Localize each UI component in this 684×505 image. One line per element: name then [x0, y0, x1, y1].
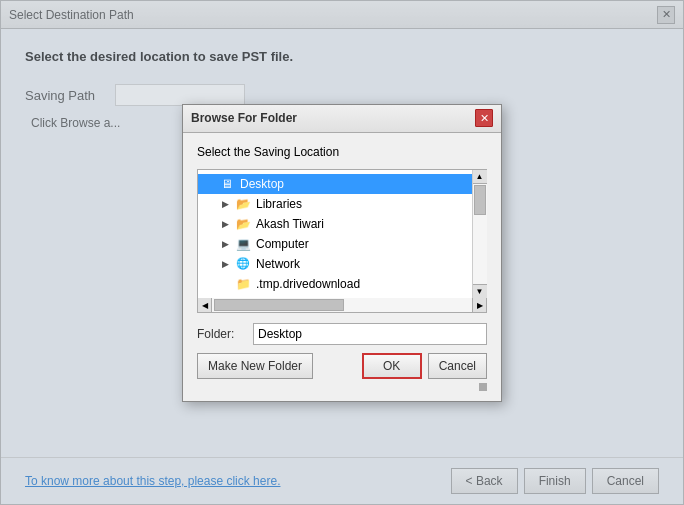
browse-dialog-title: Browse For Folder — [191, 111, 297, 125]
make-new-folder-button[interactable]: Make New Folder — [197, 353, 313, 379]
network-label: Network — [256, 257, 300, 271]
resize-area — [197, 383, 487, 391]
scroll-down-button[interactable]: ▼ — [473, 284, 487, 298]
ok-button[interactable]: OK — [362, 353, 422, 379]
h-scroll-left-button[interactable]: ◀ — [198, 298, 212, 312]
computer-label: Computer — [256, 237, 309, 251]
folder-row: Folder: — [197, 323, 487, 345]
network-icon — [234, 256, 252, 272]
browse-cancel-button[interactable]: Cancel — [428, 353, 487, 379]
tree-item-tmp[interactable]: .tmp.drivedownload — [214, 274, 472, 294]
browse-dialog: Browse For Folder ✕ Select the Saving Lo… — [182, 104, 502, 402]
desktop-arrow — [202, 177, 216, 191]
tree-item-akash[interactable]: ▶ Akash Tiwari — [214, 214, 472, 234]
tree-item-libraries[interactable]: ▶ Libraries — [214, 194, 472, 214]
h-scroll-track — [212, 298, 472, 312]
akash-icon — [234, 216, 252, 232]
tree-item-network[interactable]: ▶ Network — [214, 254, 472, 274]
h-scrollbar: ◀ ▶ — [198, 298, 486, 312]
h-scroll-thumb[interactable] — [214, 299, 344, 311]
folder-label: Folder: — [197, 327, 247, 341]
tree-scrollbar: ▲ ▼ — [472, 170, 486, 298]
libraries-label: Libraries — [256, 197, 302, 211]
desktop-label: Desktop — [240, 177, 284, 191]
network-arrow: ▶ — [218, 257, 232, 271]
h-scroll-right-button[interactable]: ▶ — [472, 298, 486, 312]
folder-input[interactable] — [253, 323, 487, 345]
libraries-arrow: ▶ — [218, 197, 232, 211]
right-buttons: OK Cancel — [362, 353, 487, 379]
scroll-thumb[interactable] — [474, 185, 486, 215]
tmp-icon — [234, 276, 252, 292]
akash-label: Akash Tiwari — [256, 217, 324, 231]
browse-subtitle: Select the Saving Location — [197, 145, 487, 159]
akash-arrow: ▶ — [218, 217, 232, 231]
tree-item-desktop[interactable]: Desktop — [198, 174, 472, 194]
browse-close-button[interactable]: ✕ — [475, 109, 493, 127]
scroll-track — [473, 184, 487, 284]
desktop-icon — [218, 176, 236, 192]
tmp-arrow — [218, 277, 232, 291]
browse-body: Select the Saving Location Desktop ▶ — [183, 133, 501, 401]
tmp-label: .tmp.drivedownload — [256, 277, 360, 291]
browse-title-bar: Browse For Folder ✕ — [183, 105, 501, 133]
browse-buttons: Make New Folder OK Cancel — [197, 353, 487, 383]
modal-overlay: Browse For Folder ✕ Select the Saving Lo… — [0, 0, 684, 505]
computer-arrow: ▶ — [218, 237, 232, 251]
libraries-icon — [234, 196, 252, 212]
tree-item-computer[interactable]: ▶ Computer — [214, 234, 472, 254]
tree-area: Desktop ▶ Libraries ▶ Akash Tiwari — [197, 169, 487, 313]
tree-inner: Desktop ▶ Libraries ▶ Akash Tiwari — [198, 170, 472, 298]
tree-scroll-area: Desktop ▶ Libraries ▶ Akash Tiwari — [198, 170, 486, 298]
scroll-up-button[interactable]: ▲ — [473, 170, 487, 184]
resize-handle[interactable] — [479, 383, 487, 391]
computer-icon — [234, 236, 252, 252]
